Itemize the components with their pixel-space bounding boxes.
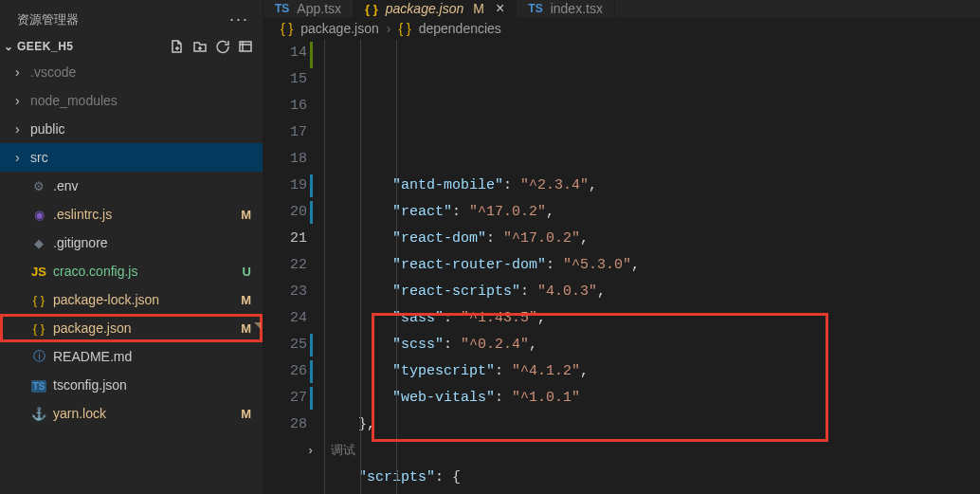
collapse-icon[interactable]: [238, 39, 253, 54]
project-name: GEEK_H5: [17, 40, 170, 53]
code-line[interactable]: "react-dom": "^17.0.2",: [324, 226, 980, 252]
tree-file[interactable]: ⚓yarn.lockM: [0, 399, 263, 428]
braces-icon: { }: [30, 321, 47, 336]
tab-bar: TSApp.tsx{ }package.jsonM×TSindex.tsx: [263, 0, 980, 17]
chevron-right-icon: ›: [15, 150, 30, 165]
refresh-icon[interactable]: [215, 39, 230, 54]
tree-file[interactable]: ◆.gitignore: [0, 229, 263, 257]
ts-icon: TS: [528, 2, 542, 15]
tree-item-label: src: [30, 150, 238, 165]
tree-item-label: package-lock.json: [53, 292, 238, 307]
file-tree: ›.vscode›node_modules›public›src⚙.env◉.e…: [0, 58, 263, 494]
tree-file[interactable]: ⓘREADME.md: [0, 342, 263, 371]
tab-label: App.tsx: [297, 1, 341, 16]
code-line[interactable]: "scss": "^0.2.4",: [324, 332, 980, 358]
git-status-badge: M: [238, 293, 251, 307]
explorer-title: 资源管理器: [17, 11, 229, 28]
code-line[interactable]: ›调试: [324, 438, 980, 465]
tree-item-label: .env: [53, 178, 238, 193]
git-status-badge: M: [238, 208, 251, 222]
code-line[interactable]: "react-router-dom": "^5.3.0",: [324, 252, 980, 279]
line-number: 25: [263, 332, 307, 358]
chevron-right-icon: ›: [15, 121, 30, 137]
editor-tab[interactable]: TSindex.tsx: [517, 0, 615, 17]
gear-icon: ⚙: [30, 179, 47, 193]
tab-label: index.tsx: [551, 1, 603, 16]
braces-icon: { }: [281, 21, 293, 36]
editor-tab[interactable]: { }package.jsonM×: [354, 0, 517, 17]
tree-item-label: README.md: [53, 349, 238, 364]
debug-codelens[interactable]: 调试: [331, 444, 355, 458]
tree-file[interactable]: TStsconfig.json: [0, 371, 263, 399]
line-number: 14: [263, 40, 307, 66]
tree-item-label: package.json: [53, 320, 238, 336]
git-status-badge: M: [238, 407, 251, 421]
line-number: 21: [263, 226, 307, 252]
breadcrumb-file: package.json: [300, 21, 379, 36]
project-header[interactable]: ⌄ GEEK_H5: [0, 35, 263, 58]
line-number: 24: [263, 305, 307, 332]
line-number: 17: [263, 119, 307, 146]
code-content[interactable]: "antd-mobile": "^2.3.4", "react": "^17.0…: [324, 40, 980, 494]
tree-item-label: yarn.lock: [53, 406, 238, 421]
ts-icon: TS: [30, 378, 47, 393]
tree-folder[interactable]: ›public: [0, 115, 263, 143]
tree-folder[interactable]: ›.vscode: [0, 58, 263, 86]
code-line[interactable]: },: [324, 412, 980, 438]
more-icon[interactable]: ···: [229, 9, 249, 29]
line-number: 16: [263, 93, 307, 119]
tree-file[interactable]: ⚙.env: [0, 172, 263, 200]
tree-item-label: .vscode: [30, 64, 238, 80]
new-folder-icon[interactable]: [192, 39, 208, 54]
tree-file[interactable]: { }package.jsonM: [0, 314, 263, 342]
line-number: 19: [263, 173, 307, 199]
js-icon: JS: [30, 265, 47, 279]
editor-tab[interactable]: TSApp.tsx: [263, 0, 354, 17]
line-number: 23: [263, 279, 307, 305]
git-status-badge: M: [238, 321, 251, 336]
braces-icon: { }: [365, 2, 378, 16]
editor-area: TSApp.tsx{ }package.jsonM×TSindex.tsx { …: [263, 0, 980, 494]
code-line[interactable]: "web-vitals": "^1.0.1": [324, 385, 980, 412]
chevron-down-icon: ⌄: [4, 40, 13, 53]
tree-file[interactable]: ◉.eslintrc.jsM: [0, 200, 263, 229]
line-number-gutter: 141516171819202122232425262728: [263, 40, 324, 494]
eslint-icon: ◉: [30, 208, 47, 222]
tree-file[interactable]: JScraco.config.jsU: [0, 257, 263, 285]
new-file-icon[interactable]: [170, 39, 185, 54]
code-line[interactable]: "typescript": "^4.1.2",: [324, 358, 980, 385]
tab-label: package.json: [386, 1, 464, 16]
git-icon: ◆: [30, 236, 47, 250]
tree-item-label: tsconfig.json: [53, 377, 238, 393]
git-status-badge: U: [238, 265, 251, 279]
braces-icon: { }: [398, 21, 410, 36]
code-line[interactable]: "react": "^17.0.2",: [324, 199, 980, 226]
code-editor[interactable]: 141516171819202122232425262728 "antd-mob…: [263, 40, 980, 494]
breadcrumb[interactable]: { } package.json › { } dependencies: [263, 17, 980, 40]
tree-folder[interactable]: ›node_modules: [0, 86, 263, 115]
code-line[interactable]: "react-scripts": "4.0.3",: [324, 279, 980, 305]
line-number: 28: [263, 412, 307, 438]
chevron-right-icon: ›: [387, 21, 391, 36]
tree-file[interactable]: { }package-lock.jsonM: [0, 285, 263, 314]
tree-item-label: .eslintrc.js: [53, 207, 238, 222]
modified-indicator-icon: [254, 322, 261, 329]
chevron-right-icon[interactable]: ›: [307, 445, 314, 458]
code-line[interactable]: "antd-mobile": "^2.3.4",: [324, 173, 980, 199]
line-number: 26: [263, 358, 307, 385]
braces-icon: { }: [30, 293, 47, 307]
line-number: 22: [263, 252, 307, 279]
tree-item-label: .gitignore: [53, 235, 238, 250]
code-line[interactable]: "scripts": {: [324, 465, 980, 491]
tree-folder[interactable]: ›src: [0, 143, 263, 172]
explorer-header: 资源管理器 ···: [0, 0, 263, 35]
yarn-icon: ⚓: [30, 407, 47, 421]
chevron-right-icon: ›: [15, 93, 30, 108]
close-icon[interactable]: ×: [496, 0, 504, 17]
tree-item-label: public: [30, 121, 238, 137]
explorer-sidebar: 资源管理器 ··· ⌄ GEEK_H5 ›.vscode›node_module…: [0, 0, 263, 494]
git-status-badge: M: [473, 1, 484, 16]
code-line[interactable]: "sass": "^1.43.5",: [324, 305, 980, 332]
line-number: 18: [263, 146, 307, 173]
info-icon: ⓘ: [30, 348, 47, 365]
